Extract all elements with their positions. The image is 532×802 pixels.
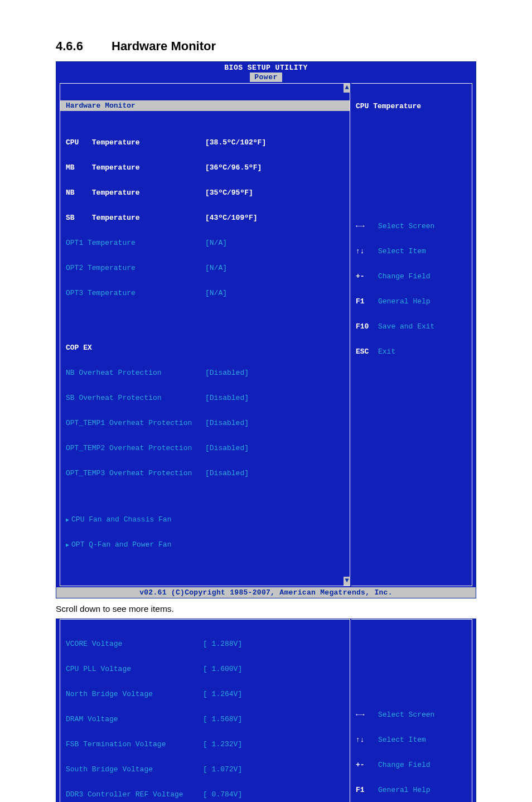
bios-copyright: v02.61 (C)Copyright 1985-2007, American … — [56, 587, 476, 598]
hw-row[interactable]: NB Temperature[35ºC/95ºF] — [66, 189, 344, 197]
cop-value: [Disabled] — [205, 419, 249, 427]
hw-value: [38.5ºC/102ºF] — [205, 138, 266, 147]
cop-label: SB Overheat Protection — [66, 394, 205, 402]
hw-row[interactable]: SB Temperature[43ºC/109ºF] — [66, 214, 344, 222]
nav-key: F10 — [356, 322, 378, 331]
cop-row[interactable]: OPT_TEMP3 Overheat Protection[Disabled] — [66, 469, 344, 477]
hw-value: [N/A] — [205, 239, 227, 247]
volt-value: [ 1.568V] — [203, 715, 242, 723]
hw-label: OPT2 Temperature — [66, 264, 205, 272]
cop-row[interactable]: SB Overheat Protection[Disabled] — [66, 394, 344, 402]
scroll-track: ▼ — [344, 620, 350, 802]
cop-row[interactable]: NB Overheat Protection[Disabled] — [66, 369, 344, 377]
volt-row[interactable]: South Bridge Voltage[ 1.072V] — [66, 765, 344, 774]
volt-label: VCORE Voltage — [66, 640, 203, 648]
cop-ex-title: COP EX — [66, 344, 344, 352]
section-title: 4.6.6Hardware Monitor — [56, 39, 476, 54]
nav-key: ↑↓ — [356, 736, 378, 744]
nav-key: F1 — [356, 786, 378, 794]
volt-row[interactable]: VCORE Voltage[ 1.288V] — [66, 640, 344, 648]
cop-row[interactable]: OPT_TEMP1 Overheat Protection[Disabled] — [66, 419, 344, 427]
volt-label: North Bridge Voltage — [66, 690, 203, 698]
hw-label: NB Temperature — [66, 189, 205, 197]
hw-label: CPU Temperature — [66, 138, 205, 147]
volt-row[interactable]: FSB Termination Voltage[ 1.232V] — [66, 740, 344, 748]
volt-row[interactable]: DRAM Voltage[ 1.568V] — [66, 715, 344, 723]
help-title: CPU Temperature — [356, 102, 467, 110]
volt-label: DRAM Voltage — [66, 715, 203, 723]
nav-desc: Select Screen — [378, 222, 434, 230]
bios-right-pane: CPU Temperature ←→Select Screen ↑↓Select… — [351, 83, 472, 586]
scroll-track: ▲ ▼ — [344, 84, 350, 586]
hw-label: MB Temperature — [66, 163, 205, 172]
hw-row[interactable]: OPT2 Temperature[N/A] — [66, 264, 344, 272]
nav-key: +- — [356, 272, 378, 281]
scroll-up-icon[interactable]: ▲ — [344, 84, 350, 93]
nav-desc: Save and Exit — [378, 322, 434, 331]
volt-label: DDR3 Controller REF Voltage — [66, 790, 203, 799]
cop-label: OPT_TEMP1 Overheat Protection — [66, 419, 205, 427]
scroll-down-icon[interactable]: ▼ — [344, 577, 350, 586]
hw-value: [N/A] — [205, 264, 227, 272]
volt-label: FSB Termination Voltage — [66, 740, 203, 748]
bios-panel-2: VCORE Voltage[ 1.288V] CPU PLL Voltage[ … — [56, 619, 476, 802]
nav-desc: Exit — [378, 347, 395, 356]
cop-value: [Disabled] — [205, 369, 249, 377]
volt-value: [ 1.264V] — [203, 690, 242, 698]
nav-desc: Change Field — [378, 272, 431, 281]
hw-value: [N/A] — [205, 289, 227, 297]
bios-right-pane: ←→Select Screen ↑↓Select Item +-Change F… — [351, 619, 472, 802]
volt-row[interactable]: CPU PLL Voltage[ 1.600V] — [66, 665, 344, 673]
hw-value: [35ºC/95ºF] — [205, 189, 253, 197]
nav-key: ←→ — [356, 222, 378, 230]
volt-value: [ 1.072V] — [203, 765, 242, 774]
nav-desc: Change Field — [378, 761, 431, 769]
nav-key: ESC — [356, 347, 378, 356]
nav-desc: Select Item — [378, 247, 426, 255]
nav-key: +- — [356, 761, 378, 769]
volt-row[interactable]: DDR3 Controller REF Voltage[ 0.784V] — [66, 790, 344, 799]
hw-label: OPT1 Temperature — [66, 239, 205, 247]
hw-row[interactable]: OPT1 Temperature[N/A] — [66, 239, 344, 247]
volt-value: [ 1.600V] — [203, 665, 242, 673]
nav-key: ↑↓ — [356, 247, 378, 255]
nav-keys: ←→Select Screen ↑↓Select Item +-Change F… — [356, 205, 467, 373]
volt-label: South Bridge Voltage — [66, 765, 203, 774]
volt-value: [ 1.232V] — [203, 740, 242, 748]
hw-label: OPT3 Temperature — [66, 289, 205, 297]
cop-label: NB Overheat Protection — [66, 369, 205, 377]
bios-left-pane: VCORE Voltage[ 1.288V] CPU PLL Voltage[ … — [60, 619, 350, 802]
cop-row[interactable]: OPT_TEMP2 Overheat Protection[Disabled] — [66, 444, 344, 452]
bios-header-title: BIOS SETUP UTILITY — [56, 64, 476, 72]
nav-desc: General Help — [378, 297, 431, 306]
submenu-label: CPU Fan and Chassis Fan — [71, 515, 171, 524]
hw-row[interactable]: MB Temperature[36ºC/96.5ºF] — [66, 163, 344, 172]
cop-label: OPT_TEMP3 Overheat Protection — [66, 469, 205, 477]
hw-row[interactable]: OPT3 Temperature[N/A] — [66, 289, 344, 297]
cop-label: OPT_TEMP2 Overheat Protection — [66, 444, 205, 452]
cop-value: [Disabled] — [205, 394, 249, 402]
volt-row[interactable]: North Bridge Voltage[ 1.264V] — [66, 690, 344, 698]
section-number: 4.6.6 — [56, 39, 112, 54]
nav-desc: Select Item — [378, 736, 426, 744]
submenu-item[interactable]: CPU Fan and Chassis Fan — [66, 515, 344, 524]
volt-label: CPU PLL Voltage — [66, 665, 203, 673]
nav-desc: Select Screen — [378, 711, 434, 719]
section-name: Hardware Monitor — [112, 39, 216, 53]
bios-header-tab: Power — [250, 73, 282, 82]
scroll-note: Scroll down to see more items. — [56, 604, 476, 614]
hw-value: [43ºC/109ºF] — [205, 214, 258, 222]
submenu-item[interactable]: OPT Q-Fan and Power Fan — [66, 540, 344, 549]
cop-value: [Disabled] — [205, 469, 249, 477]
nav-key: ←→ — [356, 711, 378, 719]
hw-label: SB Temperature — [66, 214, 205, 222]
volt-value: [ 1.288V] — [203, 640, 242, 648]
submenu-label: OPT Q-Fan and Power Fan — [71, 540, 171, 549]
bios-panel-1: BIOS SETUP UTILITY Power Hardware Monito… — [56, 61, 476, 598]
nav-key: F1 — [356, 297, 378, 306]
hw-row[interactable]: CPU Temperature[38.5ºC/102ºF] — [66, 138, 344, 147]
hw-value: [36ºC/96.5ºF] — [205, 163, 262, 172]
nav-desc: General Help — [378, 786, 431, 794]
nav-keys: ←→Select Screen ↑↓Select Item +-Change F… — [356, 694, 467, 802]
bios-header: BIOS SETUP UTILITY Power — [56, 62, 476, 83]
